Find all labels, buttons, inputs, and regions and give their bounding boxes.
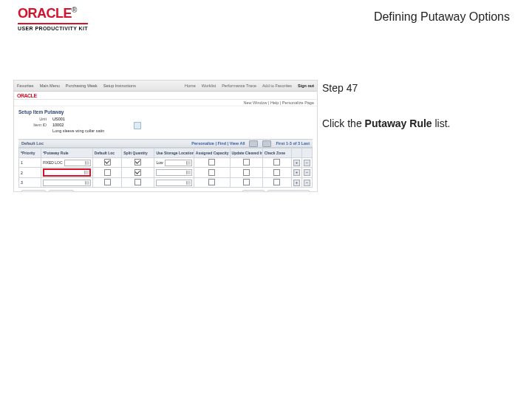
checkbox[interactable] bbox=[134, 159, 141, 166]
cell-add-row[interactable]: + bbox=[292, 178, 302, 188]
cell-storage[interactable] bbox=[154, 178, 194, 188]
checkbox[interactable] bbox=[243, 179, 250, 185]
instruction-prefix: Click the bbox=[322, 117, 365, 129]
tab-trace[interactable]: Performance Trace bbox=[222, 83, 256, 88]
checkbox[interactable] bbox=[208, 179, 215, 185]
field-value-description: Long sleeve wing collar satin bbox=[52, 129, 313, 133]
cell-delete-row[interactable]: − bbox=[302, 178, 313, 188]
col-default-loc[interactable]: Default Loc bbox=[92, 149, 121, 158]
putaway-rule-dropdown-highlighted[interactable] bbox=[43, 168, 91, 177]
cell-delete-row[interactable]: − bbox=[302, 158, 313, 168]
field-value-itemid: 10002 bbox=[52, 123, 64, 127]
dropdown-icon[interactable] bbox=[165, 160, 192, 166]
cell-assigned[interactable] bbox=[194, 178, 230, 188]
table-row: 1 FIXED LOC Low + − bbox=[19, 158, 313, 168]
minus-icon[interactable]: − bbox=[304, 180, 310, 186]
tab-worklist[interactable]: Worklist bbox=[202, 83, 216, 88]
lookup-icon[interactable] bbox=[134, 122, 141, 129]
checkbox[interactable] bbox=[273, 159, 280, 166]
cell-default-loc[interactable] bbox=[92, 168, 121, 178]
plus-icon[interactable]: + bbox=[293, 180, 300, 186]
cell-delete-row[interactable]: − bbox=[302, 168, 313, 178]
field-label-itemid: Item ID bbox=[18, 123, 47, 127]
cell-priority[interactable]: 3 bbox=[19, 178, 41, 188]
breadcrumb-item[interactable]: Main Menu bbox=[40, 83, 60, 88]
checkbox[interactable] bbox=[104, 169, 111, 176]
app-screenshot: Favorites Main Menu Purchasing Week Setu… bbox=[13, 80, 318, 192]
checkbox[interactable] bbox=[243, 159, 250, 166]
cell-update[interactable] bbox=[230, 178, 262, 188]
cell-storage[interactable] bbox=[154, 168, 194, 178]
col-split-quantity[interactable]: Split Quantity bbox=[122, 149, 154, 158]
col-add bbox=[292, 149, 302, 158]
checkbox[interactable] bbox=[134, 179, 141, 185]
cell-add-row[interactable]: + bbox=[292, 158, 302, 168]
cell-split-qty[interactable] bbox=[122, 158, 154, 168]
update-icon bbox=[271, 191, 277, 192]
dropdown-icon[interactable] bbox=[43, 180, 91, 186]
save-button[interactable]: Save bbox=[21, 190, 46, 192]
cell-putaway-rule[interactable] bbox=[41, 178, 93, 188]
dropdown-icon[interactable] bbox=[156, 169, 191, 176]
cell-zone[interactable] bbox=[262, 168, 291, 178]
tab-home[interactable]: Home bbox=[185, 83, 196, 88]
cell-default-loc[interactable] bbox=[92, 158, 121, 168]
grid-range[interactable]: First 1-3 of 3 Last bbox=[276, 141, 310, 146]
minus-icon[interactable]: − bbox=[304, 160, 310, 166]
cell-zone[interactable] bbox=[262, 178, 291, 188]
grid-tool-button[interactable] bbox=[249, 140, 258, 147]
col-check-zone[interactable]: Check Zone bbox=[262, 149, 291, 158]
checkbox[interactable] bbox=[104, 159, 111, 166]
tab-signout[interactable]: Sign out bbox=[298, 83, 314, 88]
checkbox[interactable] bbox=[243, 169, 250, 176]
breadcrumb-item[interactable]: Favorites bbox=[17, 83, 34, 88]
col-priority[interactable]: *Priority bbox=[19, 149, 41, 158]
cell-assigned[interactable] bbox=[194, 158, 230, 168]
cell-split-qty[interactable] bbox=[122, 178, 154, 188]
cell-priority[interactable]: 2 bbox=[19, 168, 41, 178]
breadcrumb-item[interactable]: Setup Instructions bbox=[103, 83, 136, 88]
add-button[interactable]: Add bbox=[242, 190, 265, 192]
checkbox[interactable] bbox=[104, 179, 111, 185]
tab-favorites[interactable]: Add to Favorites bbox=[262, 83, 292, 88]
checkbox[interactable] bbox=[273, 179, 280, 185]
notify-icon bbox=[52, 191, 58, 192]
breadcrumb-item[interactable]: Purchasing Week bbox=[66, 83, 98, 88]
checkbox[interactable] bbox=[208, 159, 215, 166]
plus-icon[interactable]: + bbox=[293, 169, 300, 176]
minus-icon[interactable]: − bbox=[304, 169, 310, 176]
plus-icon[interactable]: + bbox=[293, 160, 300, 166]
putaway-grid: *Priority *Putaway Rule Default Loc Spli… bbox=[18, 148, 313, 188]
cell-zone[interactable] bbox=[262, 158, 291, 168]
grid-section-bar: Default Loc Personalize | Find | View Al… bbox=[18, 139, 313, 148]
brand-logo-block: ORACLE® USER PRODUCTIVITY KIT bbox=[18, 6, 88, 31]
page-tools: New Window | Help | Personalize Page bbox=[14, 100, 317, 106]
col-putaway-rule[interactable]: *Putaway Rule bbox=[41, 149, 93, 158]
cell-putaway-rule[interactable]: FIXED LOC bbox=[41, 158, 93, 168]
cell-default-loc[interactable] bbox=[92, 178, 121, 188]
dropdown-icon[interactable] bbox=[64, 160, 91, 166]
cell-update[interactable] bbox=[230, 168, 262, 178]
update-display-button[interactable]: Update/Display bbox=[267, 190, 310, 192]
cell-putaway-rule[interactable] bbox=[41, 168, 93, 178]
grid-section-label: Default Loc bbox=[21, 141, 44, 146]
col-assigned-capacity[interactable]: Assigned Capacity Position bbox=[194, 149, 230, 158]
form-footer: Save Notify Add Update/Display bbox=[18, 188, 313, 192]
notify-button[interactable]: Notify bbox=[49, 190, 74, 192]
checkbox[interactable] bbox=[208, 169, 215, 176]
cell-priority[interactable]: 1 bbox=[19, 158, 41, 168]
checkbox[interactable] bbox=[273, 169, 280, 176]
cell-update[interactable] bbox=[230, 158, 262, 168]
grid-tool-button[interactable] bbox=[262, 140, 271, 147]
page-tools-links[interactable]: New Window | Help | Personalize Page bbox=[244, 100, 315, 105]
cell-add-row[interactable]: + bbox=[292, 168, 302, 178]
dropdown-icon[interactable] bbox=[156, 180, 191, 186]
cell-assigned[interactable] bbox=[194, 168, 230, 178]
col-use-storage[interactable]: Use Storage Location bbox=[154, 149, 194, 158]
cell-split-qty[interactable] bbox=[122, 168, 154, 178]
grid-header-row: *Priority *Putaway Rule Default Loc Spli… bbox=[19, 149, 313, 158]
cell-storage[interactable]: Low bbox=[154, 158, 194, 168]
col-update-cleared[interactable]: Update Cleared Inventory bbox=[230, 149, 262, 158]
grid-nav-links[interactable]: Personalize | Find | View All bbox=[191, 141, 245, 146]
checkbox[interactable] bbox=[134, 169, 141, 176]
